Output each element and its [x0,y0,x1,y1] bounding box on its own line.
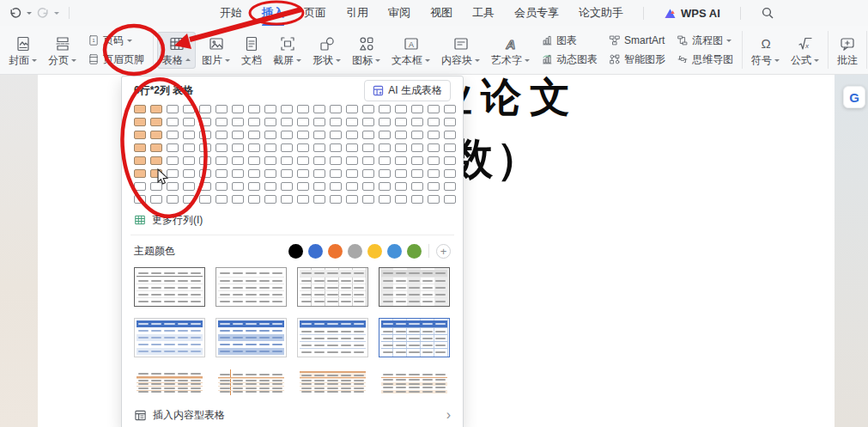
grid-cell-r5-c19[interactable] [428,156,440,165]
grid-cell-r4-c8[interactable] [248,143,260,152]
grid-cell-r4-c7[interactable] [232,143,244,152]
menu-tab-工具[interactable]: 工具 [472,5,495,21]
grid-cell-r5-c11[interactable] [297,156,309,165]
grid-cell-r8-c1[interactable] [134,195,146,204]
grid-cell-r4-c5[interactable] [199,143,211,152]
grid-cell-r5-c17[interactable] [395,156,407,165]
grid-cell-r1-c16[interactable] [379,105,391,113]
grid-cell-r2-c20[interactable] [444,118,456,126]
grid-cell-r2-c7[interactable] [232,118,244,126]
grid-cell-r7-c18[interactable] [411,182,423,191]
grid-cell-r7-c16[interactable] [379,182,391,191]
grid-cell-r4-c3[interactable] [167,143,179,152]
grid-cell-r7-c13[interactable] [330,182,342,191]
grid-cell-r3-c7[interactable] [232,131,244,139]
grid-cell-r8-c9[interactable] [264,195,276,204]
table-style-col-shaded[interactable] [379,267,450,307]
grid-cell-r8-c19[interactable] [428,195,440,204]
table-style-col-lines[interactable] [297,267,368,307]
grid-cell-r1-c18[interactable] [411,105,423,113]
grid-cell-r1-c1-selected[interactable] [134,105,146,113]
grid-cell-r3-c11[interactable] [297,131,309,139]
theme-color-swatch-1[interactable] [288,244,303,259]
grid-cell-r3-c18[interactable] [411,131,423,139]
ribbon-button-公式[interactable]: x公式 [786,32,824,69]
assistant-g-button[interactable]: G [843,86,865,108]
grid-cell-r3-c6[interactable] [215,131,228,139]
table-style-orange-lines[interactable] [134,369,205,396]
grid-cell-r8-c12[interactable] [313,195,325,204]
grid-cell-r6-c13[interactable] [330,169,342,178]
grid-cell-r3-c5[interactable] [199,131,211,139]
grid-cell-r1-c7[interactable] [232,105,244,113]
grid-cell-r8-c20[interactable] [444,195,456,204]
menu-tab-页面[interactable]: 页面 [304,5,326,21]
theme-color-swatch-6[interactable] [387,244,402,259]
grid-cell-r8-c3[interactable] [167,195,179,204]
undo-icon[interactable] [9,6,22,20]
grid-cell-r2-c13[interactable] [330,118,342,126]
grid-cell-r7-c20[interactable] [444,182,456,191]
grid-cell-r2-c18[interactable] [411,118,423,126]
menu-tab-视图[interactable]: 视图 [430,5,452,21]
grid-cell-r8-c18[interactable] [411,195,423,204]
grid-cell-r8-c7[interactable] [232,195,244,204]
grid-cell-r1-c5[interactable] [199,105,211,113]
grid-cell-r6-c6[interactable] [215,169,228,178]
grid-cell-r3-c12[interactable] [313,131,325,139]
grid-cell-r6-c12[interactable] [313,169,325,178]
grid-cell-r2-c8[interactable] [248,118,260,126]
grid-cell-r4-c9[interactable] [264,143,276,152]
grid-cell-r1-c10[interactable] [281,105,293,113]
grid-cell-r2-c6[interactable] [215,118,228,126]
table-style-blue-lines[interactable] [297,318,368,357]
grid-cell-r8-c8[interactable] [248,195,260,204]
grid-cell-r1-c8[interactable] [248,105,260,113]
grid-cell-r3-c2-selected[interactable] [150,131,162,139]
menu-tab-审阅[interactable]: 审阅 [388,5,410,21]
grid-cell-r4-c15[interactable] [362,143,374,152]
grid-cell-r5-c6[interactable] [215,156,228,165]
grid-cell-r5-c3[interactable] [167,156,179,165]
grid-cell-r1-c4[interactable] [183,105,195,113]
chevron-right-icon[interactable]: › [446,408,451,422]
grid-cell-r4-c18[interactable] [411,143,423,152]
table-style-plain-light[interactable] [215,267,287,307]
grid-cell-r5-c15[interactable] [362,156,374,165]
ribbon-button-分页[interactable]: 分页 [43,32,82,69]
grid-cell-r6-c20[interactable] [444,169,456,178]
grid-cell-r6-c4[interactable] [183,169,195,178]
ribbon-button-艺术字[interactable]: A艺术字 [486,32,535,69]
grid-cell-r2-c3[interactable] [167,118,179,126]
ribbon-button-文档[interactable]: 文档 [236,32,267,69]
table-style-orange-col[interactable] [215,369,287,396]
ribbon-button-流程图[interactable]: 流程图 [677,34,733,46]
grid-cell-r7-c14[interactable] [346,182,358,191]
ribbon-button-动态图表[interactable]: 动态图表 [541,53,598,65]
grid-cell-r7-c1[interactable] [134,182,146,191]
grid-cell-r8-c4[interactable] [183,195,195,204]
grid-cell-r1-c20[interactable] [444,105,456,113]
grid-cell-r6-c1-selected[interactable] [134,169,146,178]
grid-cell-r8-c6[interactable] [215,195,228,204]
grid-cell-r6-c19[interactable] [428,169,440,178]
menu-tab-论文助手[interactable]: 论文助手 [579,5,623,21]
grid-cell-r6-c18[interactable] [411,169,423,178]
grid-cell-r4-c11[interactable] [297,143,309,152]
grid-cell-r2-c4[interactable] [183,118,195,126]
grid-cell-r1-c14[interactable] [346,105,358,113]
grid-cell-r2-c15[interactable] [362,118,374,126]
ribbon-button-页码[interactable]: 1页码 [88,34,144,46]
grid-cell-r6-c7[interactable] [232,169,244,178]
ribbon-button-思维导图[interactable]: 思维导图 [677,53,733,65]
grid-cell-r7-c12[interactable] [313,182,325,191]
ribbon-button-SmartArt[interactable]: SmartArt [609,34,665,46]
grid-cell-r6-c5[interactable] [199,169,211,178]
ribbon-button-页眉页脚[interactable]: 页眉页脚 [88,53,144,65]
ribbon-button-符号[interactable]: Ω符号 [746,32,785,69]
grid-cell-r7-c3[interactable] [167,182,179,191]
grid-cell-r4-c19[interactable] [428,143,440,152]
grid-cell-r5-c7[interactable] [232,156,244,165]
grid-cell-r5-c4[interactable] [183,156,195,165]
grid-cell-r2-c9[interactable] [264,118,276,126]
